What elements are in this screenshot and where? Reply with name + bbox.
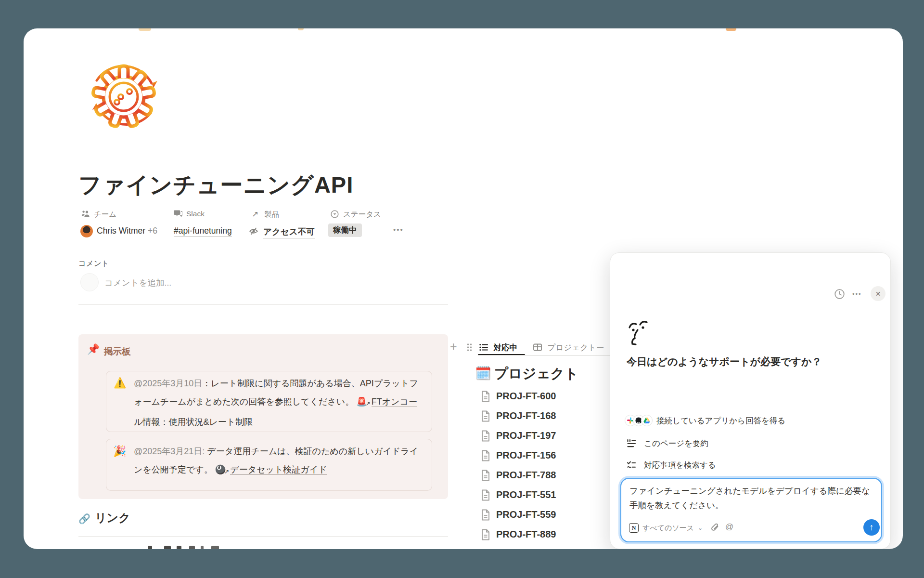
prop-label-status[interactable]: ステータス — [343, 210, 381, 220]
calendar-emoji-icon: 🗓️ — [475, 366, 491, 381]
tab-active-list-view[interactable]: 対応中 — [479, 342, 517, 353]
summarize-icon — [627, 439, 636, 450]
clipped-content-fragment — [139, 28, 151, 31]
bulletin-board-panel: 📌 掲示板 ⚠️ @2025年3月10日：レート制限に関する問題がある場合、AP… — [78, 334, 448, 499]
list-item[interactable]: PROJ-FT-889 — [496, 529, 556, 540]
ai-assistant-panel: ••• ✕ 今日はどのようなサポートが必要ですか？ — [610, 252, 891, 549]
dataset-guide-page-link[interactable]: データセット検証ガイド — [230, 465, 327, 475]
page-title: ファインチューニングAPI — [78, 170, 353, 200]
source-label: すべてのソース — [642, 524, 694, 533]
list-item[interactable]: PROJ-FT-559 — [496, 509, 556, 520]
send-button[interactable]: ↑ — [863, 519, 880, 536]
attach-file-button[interactable] — [711, 523, 720, 535]
mention-button[interactable]: @ — [725, 522, 733, 532]
prop-label-product[interactable]: 製品 — [264, 210, 279, 220]
divider — [78, 304, 448, 305]
page-doc-icon — [481, 410, 490, 424]
suggestion-label: 接続しているアプリから回答を得る — [656, 416, 785, 426]
suggestion-label: このページを要約 — [644, 438, 708, 449]
page-link-arrow-icon: ↗ — [366, 400, 371, 407]
google-drive-app-icon — [641, 415, 653, 426]
history-clock-icon[interactable] — [834, 289, 845, 302]
table-view-icon — [533, 344, 544, 353]
callout-text: @2025年3月10日：レート制限に関する問題がある場合、APIプラットフォーム… — [134, 374, 425, 431]
team-member-value[interactable]: Chris Witmer +6 — [97, 226, 157, 236]
member-extra-count: +6 — [148, 226, 157, 236]
team-icon — [81, 210, 90, 220]
link-emoji-icon: 🔗 — [78, 513, 90, 525]
drag-handle[interactable] — [466, 343, 473, 354]
desktop-background: ファインチューニングAPI チーム Slack ↗ 製品 ステータス Chris… — [0, 0, 924, 578]
source-selector[interactable]: N すべてのソース ⌄ — [629, 523, 703, 533]
tab-label: プロジェクトー — [548, 343, 604, 352]
suggestion-connected-apps[interactable]: 接続しているアプリから回答を得る — [625, 415, 875, 429]
panel-more-button[interactable]: ••• — [852, 290, 862, 298]
suggestion-label: 対応事項を検索する — [644, 460, 716, 471]
product-access-link[interactable]: アクセス不可 — [263, 226, 315, 238]
list-item[interactable]: PROJ-FT-788 — [496, 470, 556, 481]
add-view-button[interactable]: + — [450, 340, 457, 354]
warning-icon: ⚠️ — [114, 377, 126, 389]
avatar[interactable] — [80, 225, 93, 237]
bulletin-title: 掲示板 — [104, 345, 131, 357]
ai-input-card[interactable]: ファインチューニングされたモデルをデプロイする際に必要な手順を教えてください。 … — [620, 478, 882, 542]
tab-bar-divider — [478, 355, 618, 356]
date-mention[interactable]: @2025年3月21日: — [134, 447, 205, 456]
send-arrow-icon: ↑ — [869, 522, 874, 533]
list-view-icon — [479, 344, 490, 353]
callout-dataset-guide: 🎉 @2025年3月21日: データ運用チームは、検証のための新しいガイドライン… — [106, 439, 432, 491]
list-item[interactable]: PROJ-FT-600 — [496, 391, 556, 402]
callout-rate-limit: ⚠️ @2025年3月10日：レート制限に関する問題がある場合、APIプラットフ… — [106, 371, 432, 432]
list-item[interactable]: PROJ-FT-156 — [496, 450, 556, 461]
ai-input-text[interactable]: ファインチューニングされたモデルをデプロイする際に必要な手順を教えてください。 — [629, 484, 870, 512]
prop-label-team[interactable]: チーム — [94, 210, 116, 220]
suggestion-summarize-page[interactable]: このページを要約 — [627, 437, 877, 452]
more-properties-button[interactable]: ••• — [393, 225, 404, 234]
clipped-content-fragment — [298, 28, 304, 30]
notion-logo-icon: N — [629, 523, 639, 533]
gear-tuning-icon — [85, 58, 162, 135]
chevron-down-icon: ⌄ — [698, 525, 703, 531]
links-section-title: リンク — [95, 510, 130, 525]
notion-letter: N — [632, 525, 636, 532]
pushpin-icon: 📌 — [87, 343, 100, 355]
notion-ai-face-logo — [627, 319, 650, 347]
clipped-content-fragment — [726, 28, 736, 31]
callout-text: @2025年3月21日: データ運用チームは、検証のための新しいガイドラインを公… — [134, 442, 425, 481]
page-doc-icon — [481, 489, 490, 503]
checklist-search-icon — [627, 460, 636, 472]
comments-label: コメント — [78, 259, 109, 269]
list-item[interactable]: PROJ-FT-168 — [496, 410, 556, 421]
database-title: プロジェクト — [494, 365, 578, 383]
date-mention[interactable]: @2025年3月10日 — [134, 379, 202, 388]
page-doc-icon — [481, 509, 490, 523]
close-icon: ✕ — [875, 290, 881, 298]
page-doc-icon — [481, 529, 490, 542]
page-doc-icon — [481, 430, 490, 444]
page-icon[interactable] — [85, 58, 162, 137]
page-doc-icon — [481, 450, 490, 463]
party-popper-icon: 🎉 — [113, 445, 126, 458]
paperclip-icon — [711, 523, 720, 533]
status-badge[interactable]: 稼働中 — [328, 223, 362, 237]
list-item[interactable]: PROJ-FT-197 — [496, 430, 556, 441]
eye-off-icon — [249, 226, 258, 238]
panel-close-button[interactable]: ✕ — [871, 286, 886, 301]
chat-bubbles-icon — [174, 210, 182, 220]
member-name: Chris Witmer — [97, 226, 145, 236]
comment-input[interactable]: コメントを追加... — [104, 277, 171, 289]
tab-project-tracker[interactable]: プロジェクトー — [533, 342, 604, 353]
notion-page-card: ファインチューニングAPI チーム Slack ↗ 製品 ステータス Chris… — [24, 28, 903, 549]
list-item[interactable]: PROJ-FT-551 — [496, 489, 556, 500]
suggestion-search-actions[interactable]: 対応事項を検索する — [627, 459, 877, 473]
page-link-arrow-icon: ↗ — [224, 468, 229, 475]
prop-label-slack[interactable]: Slack — [186, 210, 205, 218]
ne-arrow-icon: ↗ — [252, 209, 258, 219]
page-doc-icon — [481, 470, 490, 483]
comment-avatar-placeholder — [80, 273, 99, 291]
page-doc-icon — [481, 391, 490, 404]
ai-greeting-heading: 今日はどのようなサポートが必要ですか？ — [627, 355, 821, 368]
status-select-icon — [331, 210, 339, 220]
slack-channel-link[interactable]: #api-funetuning — [174, 226, 232, 237]
tab-label: 対応中 — [494, 343, 518, 352]
